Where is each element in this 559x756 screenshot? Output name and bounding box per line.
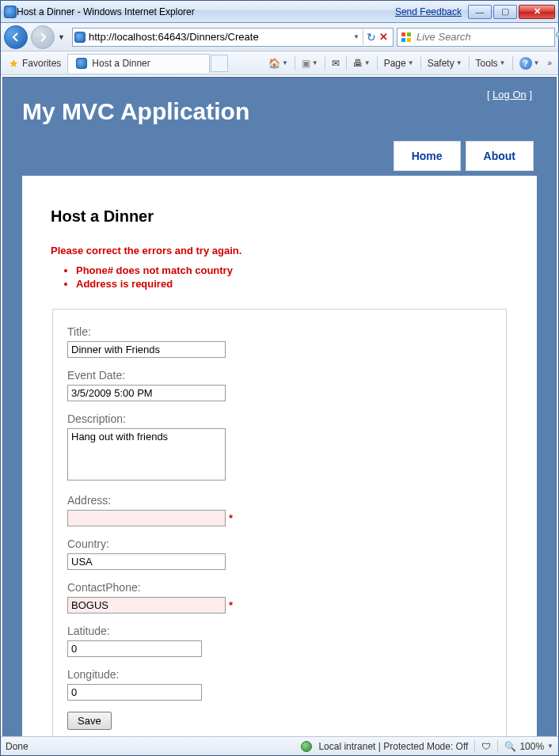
- zoom-control[interactable]: 🔍 100% ▼: [504, 741, 553, 752]
- chevron-right-icon: »: [547, 59, 552, 67]
- longitude-label: Longitude:: [67, 668, 492, 681]
- logon-area: [ Log On ]: [487, 89, 532, 101]
- status-text: Done: [6, 741, 29, 752]
- title-input[interactable]: [67, 341, 226, 358]
- svg-rect-0: [401, 32, 405, 36]
- separator: [325, 56, 325, 70]
- content-panel: Host a Dinner Please correct the errors …: [22, 176, 537, 736]
- minimize-button[interactable]: —: [468, 5, 492, 19]
- svg-rect-3: [407, 38, 411, 42]
- window-title: Host a Dinner - Windows Internet Explore…: [17, 6, 195, 17]
- field-longitude: Longitude:: [67, 668, 492, 701]
- field-title: Title:: [67, 325, 492, 358]
- field-latitude: Latitude:: [67, 625, 492, 657]
- country-label: Country:: [67, 538, 492, 550]
- ie-icon: [4, 6, 17, 18]
- contact-phone-label: ContactPhone:: [67, 581, 492, 594]
- viewport: [ Log On ] My MVC Application Home About…: [1, 75, 558, 736]
- security-zone: Local intranet | Protected Mode: Off: [318, 741, 468, 752]
- app-title: My MVC Application: [22, 78, 537, 141]
- event-date-input[interactable]: [67, 385, 226, 401]
- page-scroll[interactable]: [ Log On ] My MVC Application Home About…: [1, 75, 558, 736]
- description-label: Description:: [67, 412, 492, 425]
- star-icon: ★: [9, 57, 19, 70]
- separator: [420, 56, 421, 70]
- logon-link[interactable]: Log On: [492, 89, 527, 101]
- nav-menu: Home About: [22, 141, 534, 171]
- save-button[interactable]: Save: [67, 712, 112, 730]
- help-icon: ?: [519, 57, 532, 70]
- field-description: Description: Hang out with friends: [67, 412, 492, 483]
- contact-phone-input[interactable]: [67, 597, 226, 614]
- nav-about[interactable]: About: [466, 141, 534, 171]
- print-icon: 🖶: [353, 58, 363, 69]
- separator: [512, 56, 513, 70]
- send-feedback-link[interactable]: Send Feedback: [395, 6, 462, 17]
- search-box: 🔍: [397, 28, 555, 47]
- favorites-button[interactable]: ★ Favorites: [4, 55, 66, 71]
- address-label: Address:: [67, 494, 492, 507]
- feeds-button[interactable]: ▣▼: [299, 56, 321, 70]
- latitude-input[interactable]: [67, 640, 202, 657]
- event-date-label: Event Date:: [67, 369, 492, 382]
- mail-icon: ✉: [332, 58, 340, 69]
- tab-title: Host a Dinner: [92, 58, 150, 69]
- field-event-date: Event Date:: [67, 369, 492, 401]
- url-input[interactable]: [86, 29, 350, 44]
- nav-history-dropdown[interactable]: ▼: [58, 33, 69, 41]
- description-input[interactable]: Hang out with friends: [67, 428, 226, 481]
- close-button[interactable]: ✕: [519, 5, 555, 19]
- stop-icon[interactable]: ✕: [379, 31, 388, 43]
- error-asterisk: *: [229, 512, 233, 524]
- back-button[interactable]: [4, 25, 28, 49]
- validation-error-list: Phone# does not match country Address is…: [54, 264, 508, 290]
- page-heading: Host a Dinner: [51, 207, 508, 226]
- svg-rect-2: [401, 38, 405, 42]
- search-provider-icon: [401, 31, 412, 44]
- help-button[interactable]: ?▼: [516, 55, 543, 71]
- svg-rect-1: [407, 32, 411, 36]
- toolbar-chevron[interactable]: »: [544, 57, 555, 69]
- country-input[interactable]: [67, 553, 226, 570]
- address-bar: ▼ ↻ ✕: [72, 28, 394, 47]
- home-button[interactable]: 🏠▼: [265, 56, 291, 70]
- arrow-left-icon: [10, 32, 21, 43]
- page-menu[interactable]: Page▼: [381, 56, 417, 70]
- field-address: Address: *: [67, 494, 492, 526]
- url-dropdown-icon[interactable]: ▼: [353, 33, 359, 40]
- maximize-button[interactable]: ▢: [493, 5, 517, 19]
- validation-summary: Please correct the errors and try again.: [51, 245, 508, 256]
- separator: [377, 56, 378, 70]
- divider: [363, 29, 363, 45]
- validation-error-item: Address is required: [76, 278, 508, 290]
- nav-home[interactable]: Home: [394, 141, 461, 171]
- safety-menu[interactable]: Safety▼: [424, 56, 466, 70]
- refresh-icon[interactable]: ↻: [367, 31, 376, 44]
- search-button-icon[interactable]: 🔍: [555, 31, 559, 43]
- page-icon: [74, 32, 86, 43]
- latitude-label: Latitude:: [67, 625, 492, 637]
- bracket: ]: [527, 89, 532, 101]
- page-menu-label: Page: [384, 58, 406, 69]
- forward-button[interactable]: [31, 25, 55, 49]
- tools-menu[interactable]: Tools▼: [473, 56, 509, 70]
- zone-icon: [301, 741, 312, 752]
- tab-favicon: [76, 58, 87, 69]
- field-contact-phone: ContactPhone: *: [67, 581, 492, 614]
- safety-menu-label: Safety: [428, 58, 454, 69]
- error-asterisk: *: [229, 599, 233, 611]
- title-label: Title:: [67, 325, 492, 338]
- window-buttons: — ▢ ✕: [468, 5, 555, 19]
- read-mail-button[interactable]: ✉: [329, 56, 343, 70]
- browser-tab[interactable]: Host a Dinner: [67, 54, 210, 73]
- chevron-down-icon: ▼: [547, 743, 553, 750]
- separator: [497, 740, 498, 753]
- form-fieldset: Title: Event Date: Description: Hang out…: [52, 309, 507, 736]
- new-tab-button[interactable]: [211, 55, 228, 72]
- print-button[interactable]: 🖶▼: [350, 56, 374, 70]
- nav-bar: ▼ ▼ ↻ ✕ 🔍: [1, 23, 558, 51]
- address-input[interactable]: [67, 510, 226, 526]
- search-input[interactable]: [415, 30, 552, 44]
- status-bar: Done Local intranet | Protected Mode: Of…: [1, 736, 558, 755]
- longitude-input[interactable]: [67, 684, 202, 701]
